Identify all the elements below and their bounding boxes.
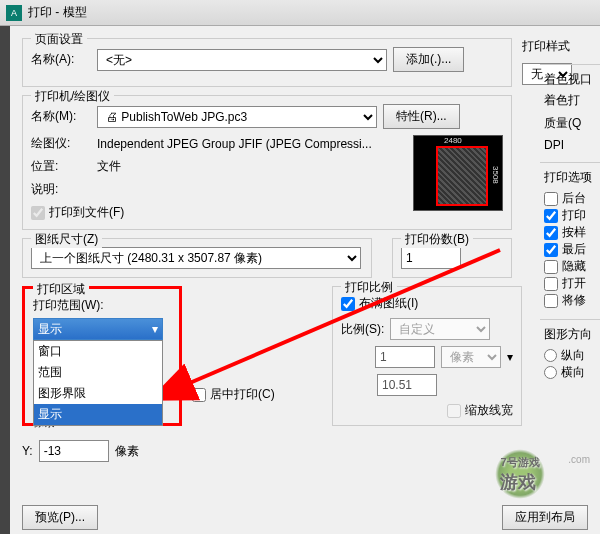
orient-radio[interactable] [544,349,557,362]
unit-select: 像素 [441,346,501,368]
opt-checkbox[interactable] [544,277,558,291]
desc-label: 说明: [31,181,91,198]
fit-checkbox[interactable] [341,297,355,311]
fit-label: 布满图纸(I) [359,295,418,312]
print-to-file-label: 打印到文件(F) [49,204,124,221]
copies-input[interactable] [401,247,461,269]
watermark: 7号游戏游戏 .com [450,444,590,504]
titlebar: A 打印 - 模型 [0,0,600,26]
unit1-input [375,346,435,368]
chevron-down-icon: ▾ [152,322,158,336]
y-unit: 像素 [115,443,139,460]
where-label: 位置: [31,158,91,175]
scale-select: 自定义 [390,318,490,340]
plotter-value: Independent JPEG Group JFIF (JPEG Compre… [97,137,372,151]
scale-lw-label: 缩放线宽 [465,402,513,419]
scale-label: 比例(S): [341,321,384,338]
paper-size-title: 图纸尺寸(Z) [31,231,102,248]
dropdown-option[interactable]: 范围 [34,362,162,383]
print-range-label: 打印范围(W): [33,297,171,314]
properties-button[interactable]: 特性(R)... [383,104,460,129]
dropdown-option[interactable]: 图形界限 [34,383,162,404]
opt-checkbox[interactable] [544,209,558,223]
paper-size-select[interactable]: 上一个图纸尺寸 (2480.31 x 3507.87 像素) [31,247,361,269]
y-label: Y: [22,444,33,458]
dropdown-list: 窗口 范围 图形界限 显示 [33,340,163,426]
center-area: 居中打印(C) [192,286,322,434]
opt-checkbox[interactable] [544,226,558,240]
copies-title: 打印份数(B) [401,231,473,248]
where-value: 文件 [97,158,121,175]
print-to-file-checkbox [31,206,45,220]
app-icon: A [6,5,22,21]
printer-name-label: 名称(M): [31,108,91,125]
center-checkbox[interactable] [192,388,206,402]
opt-checkbox[interactable] [544,294,558,308]
plotter-label: 绘图仪: [31,135,91,152]
copies-group: 打印份数(B) [392,238,512,278]
name-label: 名称(A): [31,51,91,68]
opt-checkbox[interactable] [544,260,558,274]
scale-group: 打印比例 布满图纸(I) 比例(S):自定义 像素▾ 缩放线宽 [332,286,522,426]
paper-preview: 2480 3508 [413,135,503,211]
scale-lw-checkbox [447,404,461,418]
page-setup-name-select[interactable]: <无> [97,49,387,71]
printer-group: 打印机/绘图仪 名称(M): 🖨 PublishToWeb JPG.pc3 特性… [22,95,512,230]
add-button[interactable]: 添加(.)... [393,47,464,72]
dropdown-option[interactable]: 显示 [34,404,162,425]
print-area-group: 打印区域 打印范围(W): 显示▾ 窗口 范围 图形界限 显示 下可打印区域 像… [22,286,182,426]
bottom-buttons: 预览(P)... 应用到布局 [22,505,588,530]
opt-checkbox[interactable] [544,192,558,206]
print-range-dropdown[interactable]: 显示▾ 窗口 范围 图形界限 显示 [33,318,163,340]
orient-radio[interactable] [544,366,557,379]
paper-size-group: 图纸尺寸(Z) 上一个图纸尺寸 (2480.31 x 3507.87 像素) [22,238,372,278]
unit2-input [377,374,437,396]
preview-button[interactable]: 预览(P)... [22,505,98,530]
apply-button[interactable]: 应用到布局 [502,505,588,530]
printer-title: 打印机/绘图仪 [31,88,114,105]
y-input[interactable] [39,440,109,462]
printer-name-select[interactable]: 🖨 PublishToWeb JPG.pc3 [97,106,377,128]
right-column: 着色视口 着色打 质量(Q DPI 打印选项 后台 打印 按样 最后 隐藏 打开… [540,64,600,391]
scale-title: 打印比例 [341,279,397,296]
window-title: 打印 - 模型 [28,4,87,21]
page-setup-title: 页面设置 [31,31,87,48]
center-label: 居中打印(C) [210,386,275,403]
print-area-title: 打印区域 [33,281,89,298]
opt-checkbox[interactable] [544,243,558,257]
dropdown-option[interactable]: 窗口 [34,341,162,362]
page-setup-group: 页面设置 名称(A): <无> 添加(.)... [22,38,512,87]
